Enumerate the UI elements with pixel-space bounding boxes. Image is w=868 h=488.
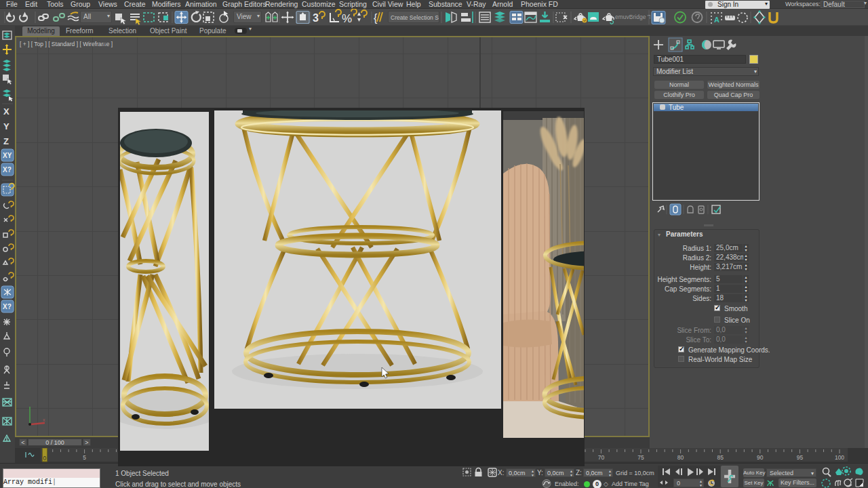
svg-text:XY: XY (3, 152, 12, 159)
svg-text:80: 80 (677, 454, 684, 461)
svg-text:{: { (374, 12, 378, 24)
svg-text:A: A (714, 16, 719, 24)
svg-text:3: 3 (313, 12, 319, 24)
svg-text:Z: Z (3, 136, 9, 146)
svg-text:85: 85 (717, 454, 724, 461)
svg-text:0: 0 (43, 455, 47, 462)
svg-text:X?: X? (3, 303, 12, 310)
svg-text:Y: Y (3, 121, 9, 131)
svg-text:%: % (342, 12, 352, 25)
svg-text:70: 70 (598, 454, 605, 461)
svg-text:x: x (43, 418, 45, 422)
svg-text:95: 95 (797, 454, 804, 461)
svg-text:X: X (3, 106, 9, 117)
svg-text:X?: X? (3, 166, 12, 174)
svg-text:90: 90 (757, 454, 764, 461)
svg-text:5: 5 (83, 454, 86, 461)
svg-text:75: 75 (637, 454, 644, 461)
svg-text:100: 100 (835, 454, 844, 461)
